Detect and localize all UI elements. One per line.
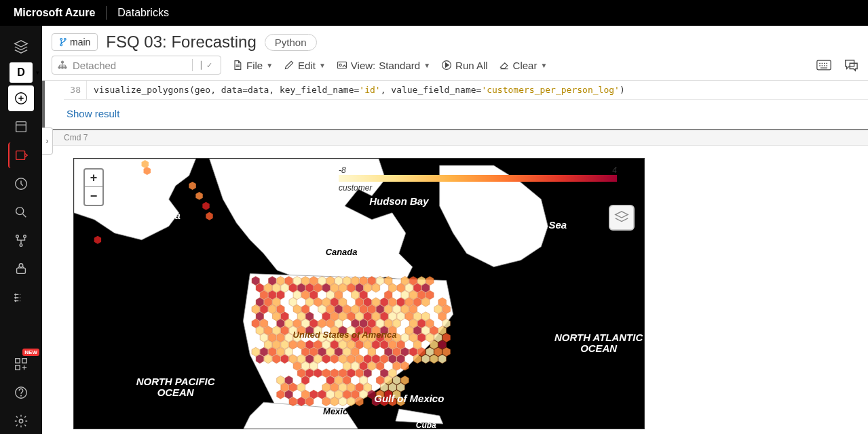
svg-point-15 [19, 419, 23, 423]
branch-icon [59, 37, 67, 47]
svg-rect-2 [16, 151, 25, 160]
new-badge: NEW [22, 349, 39, 356]
svg-text:NORTH PACIFICOCEAN: NORTH PACIFICOCEAN [136, 376, 215, 398]
sidebar-data-icon[interactable] [8, 228, 34, 254]
svg-rect-1 [16, 122, 26, 132]
svg-point-18 [64, 38, 66, 40]
sidebar-logo-icon[interactable] [8, 34, 34, 60]
comments-icon[interactable] [844, 58, 858, 72]
left-sidebar: D▾ NEW [0, 26, 42, 434]
sidebar-compute-icon[interactable] [8, 256, 34, 282]
svg-point-16 [60, 38, 62, 40]
sidebar-help-icon[interactable] [8, 380, 34, 406]
sidebar-collapse-handle[interactable]: › [42, 127, 53, 155]
sidebar-repos-icon[interactable] [8, 142, 34, 168]
sidebar-partner-icon[interactable]: NEW [8, 351, 34, 377]
svg-rect-12 [16, 366, 20, 370]
cluster-status: Detached [73, 60, 116, 71]
notebook-header: main FSQ 03: Forecasting Python [42, 26, 868, 52]
svg-point-17 [60, 44, 62, 46]
top-bar: Microsoft Azure Databricks [0, 0, 868, 26]
svg-text:United States of America: United States of America [293, 330, 397, 340]
svg-rect-10 [16, 359, 20, 363]
line-number: 38 [64, 81, 87, 99]
map-output[interactable]: + − -84 customer [73, 158, 645, 429]
code-content[interactable]: visualize_polygons(geo, data=data, key_f… [87, 81, 868, 99]
language-pill[interactable]: Python [265, 34, 317, 51]
brand-divider [106, 6, 107, 20]
map-zoom-control: + − [83, 168, 104, 206]
svg-point-5 [16, 235, 19, 238]
svg-text:Hudson Bay: Hudson Bay [369, 195, 429, 207]
cmd-label: Cmd 7 [42, 130, 868, 146]
colorbar: -84 customer [339, 175, 617, 193]
branch-name: main [70, 37, 90, 47]
svg-point-24 [339, 64, 341, 66]
view-icon [337, 60, 347, 71]
clear-menu[interactable]: Clear▼ [499, 60, 548, 71]
show-result-link[interactable]: Show result [45, 100, 868, 130]
sidebar-search-icon[interactable] [8, 199, 34, 225]
svg-text:Cuba: Cuba [416, 420, 436, 429]
file-icon [232, 60, 243, 71]
notebook-title[interactable]: FSQ 03: Forecasting [106, 33, 256, 52]
svg-point-4 [16, 208, 24, 215]
sidebar-create-button[interactable] [8, 85, 34, 111]
sidebar-workflows-icon[interactable] [8, 285, 34, 311]
svg-rect-8 [17, 268, 26, 273]
notebook-toolbar: Detached ▏✓ File▼ Edit▼ View: Standard▼ … [42, 52, 868, 81]
code-cell[interactable]: 38 visualize_polygons(geo, data=data, ke… [42, 81, 868, 130]
eraser-icon [499, 60, 510, 71]
brand-azure: Microsoft Azure [14, 7, 95, 19]
map-layers-button[interactable] [609, 205, 635, 231]
svg-point-22 [64, 66, 67, 69]
svg-text:NORTH ATLANTICOCEAN: NORTH ATLANTICOCEAN [554, 332, 643, 354]
svg-point-19 [61, 61, 64, 64]
svg-text:Gulf of Mexico: Gulf of Mexico [374, 393, 444, 404]
play-icon [441, 60, 452, 71]
sidebar-recents-icon[interactable] [8, 171, 34, 197]
map-canvas: Gulf of Alaska Hudson Bay Labrador Sea N… [74, 159, 644, 429]
svg-point-7 [20, 244, 22, 247]
svg-point-9 [19, 264, 23, 268]
notebook-content: main FSQ 03: Forecasting Python Detached… [42, 26, 868, 434]
chevron-down-icon: ▏✓ [198, 61, 215, 70]
layers-icon [614, 210, 629, 225]
sidebar-persona-switch[interactable]: D▾ [10, 62, 33, 83]
brand-databricks: Databricks [117, 7, 169, 19]
zoom-in-button[interactable]: + [85, 170, 102, 187]
svg-rect-11 [22, 359, 26, 363]
file-menu[interactable]: File▼ [232, 60, 273, 71]
svg-point-14 [21, 395, 22, 396]
run-all-button[interactable]: Run All [441, 60, 488, 71]
svg-text:Canada: Canada [326, 247, 358, 257]
svg-point-21 [61, 66, 64, 69]
svg-text:Labrador Sea: Labrador Sea [502, 219, 567, 231]
branch-selector[interactable]: main [52, 33, 98, 51]
zoom-out-button[interactable]: − [85, 187, 102, 205]
svg-text:Gulf of Alaska: Gulf of Alaska [113, 210, 181, 221]
keyboard-icon[interactable] [816, 58, 831, 72]
view-menu[interactable]: View: Standard▼ [337, 60, 430, 71]
svg-point-20 [58, 66, 61, 69]
sidebar-workspace-icon[interactable] [8, 114, 34, 140]
svg-text:Mexico: Mexico [323, 406, 353, 416]
edit-menu[interactable]: Edit▼ [284, 60, 326, 71]
edit-icon [284, 60, 295, 71]
cluster-icon [58, 60, 67, 70]
cluster-selector[interactable]: Detached ▏✓ [52, 56, 221, 75]
svg-point-6 [24, 235, 26, 238]
sidebar-settings-icon[interactable] [8, 408, 34, 434]
